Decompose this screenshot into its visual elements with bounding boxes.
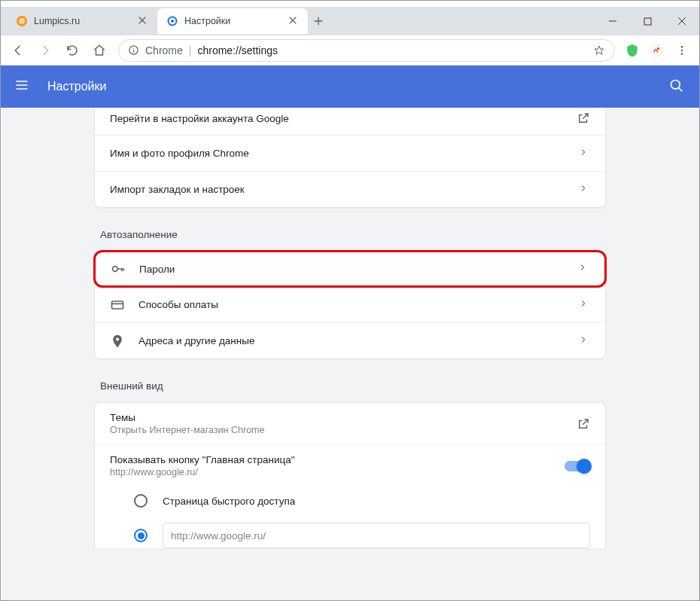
row-profile-name-photo[interactable]: Имя и фото профиля Chrome [95,135,605,171]
row-label: Темы [110,412,563,423]
tab-title: Lumpics.ru [34,16,132,26]
autofill-card: Пароли Способы оплаты Адреса и другие да… [94,251,606,359]
row-label: Импорт закладок и настроек [110,184,566,195]
url-scheme: Chrome [145,44,183,56]
external-link-icon [577,111,590,125]
close-icon[interactable] [138,16,148,26]
row-sublabel: Открыть Интернет-магазин Chrome [110,425,563,435]
radio-unchecked-icon[interactable] [134,494,148,508]
site-info-icon[interactable] [128,44,139,56]
svg-point-6 [133,47,134,48]
svg-point-8 [657,47,659,49]
row-label: Показывать кнопку "Главная страница" [110,454,551,465]
gear-icon [166,15,178,27]
row-passwords[interactable]: Пароли [93,250,607,288]
row-import-bookmarks[interactable]: Импорт закладок и настроек [95,171,605,207]
chevron-right-icon [580,185,590,195]
row-themes[interactable]: Темы Открыть Интернет-магазин Chrome [95,403,605,444]
back-button[interactable] [5,38,31,63]
home-button[interactable] [87,38,112,63]
chrome-menu-button[interactable] [669,38,695,63]
svg-point-11 [681,53,683,55]
tab-title: Настройки [184,16,282,26]
tab-lumpics[interactable]: Lumpics.ru [7,8,157,34]
row-google-account[interactable]: Перейти в настройки аккаунта Google [95,108,605,135]
radio-label: Страница быстрого доступа [163,496,295,507]
row-label: Способы оплаты [138,299,566,310]
chevron-right-icon [579,264,589,274]
radio-checked-icon[interactable] [134,529,148,542]
chevron-right-icon [580,148,590,159]
home-url-input[interactable] [163,523,590,548]
svg-point-9 [681,46,683,48]
toggle-home-button[interactable] [565,461,590,471]
browser-tab-strip: Lumpics.ru Настройки [1,7,699,35]
extension-icon[interactable] [645,39,668,62]
chevron-right-icon [580,336,590,346]
url-separator: | [189,44,192,56]
appearance-card: Темы Открыть Интернет-магазин Chrome Пок… [94,402,606,548]
new-tab-button[interactable] [308,11,329,32]
radio-row-quick-access[interactable]: Страница быстрого доступа [95,487,605,515]
omnibox[interactable]: Chrome | chrome://settings [118,39,615,62]
close-window-button[interactable] [665,9,699,33]
external-link-icon [577,417,590,431]
settings-header: Настройки [1,66,699,108]
credit-card-icon [110,297,125,313]
favicon-lumpics [16,15,28,27]
svg-point-1 [19,18,25,24]
page-title: Настройки [47,80,654,93]
location-pin-icon [110,334,125,349]
section-title-appearance: Внешний вид [100,380,606,392]
svg-point-13 [113,267,118,272]
reload-button[interactable] [59,38,85,63]
account-card: Перейти в настройки аккаунта Google Имя … [94,108,606,208]
row-home-button: Показывать кнопку "Главная страница" htt… [95,444,605,487]
minimize-button[interactable] [595,9,630,33]
menu-icon[interactable] [14,78,32,96]
row-payment-methods[interactable]: Способы оплаты [95,286,605,322]
svg-point-15 [116,337,119,340]
window-controls [595,9,699,33]
row-sublabel: http://www.google.ru/ [110,467,551,477]
row-addresses[interactable]: Адреса и другие данные [95,322,605,358]
svg-rect-14 [112,301,123,309]
row-label: Адреса и другие данные [138,335,566,346]
maximize-button[interactable] [630,9,665,33]
settings-content: Перейти в настройки аккаунта Google Имя … [2,108,698,600]
svg-point-12 [671,81,680,90]
tab-settings[interactable]: Настройки [157,8,308,34]
url-text: chrome://settings [197,44,278,56]
bookmark-star-icon[interactable] [593,44,605,56]
address-bar: Chrome | chrome://settings [1,35,699,66]
svg-point-3 [171,20,174,23]
svg-point-10 [681,49,683,51]
row-label: Имя и фото профиля Chrome [110,148,566,159]
forward-button[interactable] [32,38,58,63]
chevron-right-icon [580,300,590,310]
search-icon[interactable] [669,78,686,95]
row-label: Пароли [139,264,565,275]
close-icon[interactable] [288,16,299,26]
svg-rect-4 [644,18,651,25]
key-icon [111,261,126,276]
row-label: Перейти в настройки аккаунта Google [110,113,563,124]
section-title-autofill: Автозаполнение [100,229,606,240]
radio-row-custom-url[interactable] [95,515,605,548]
extension-adblock-icon[interactable] [621,39,644,62]
